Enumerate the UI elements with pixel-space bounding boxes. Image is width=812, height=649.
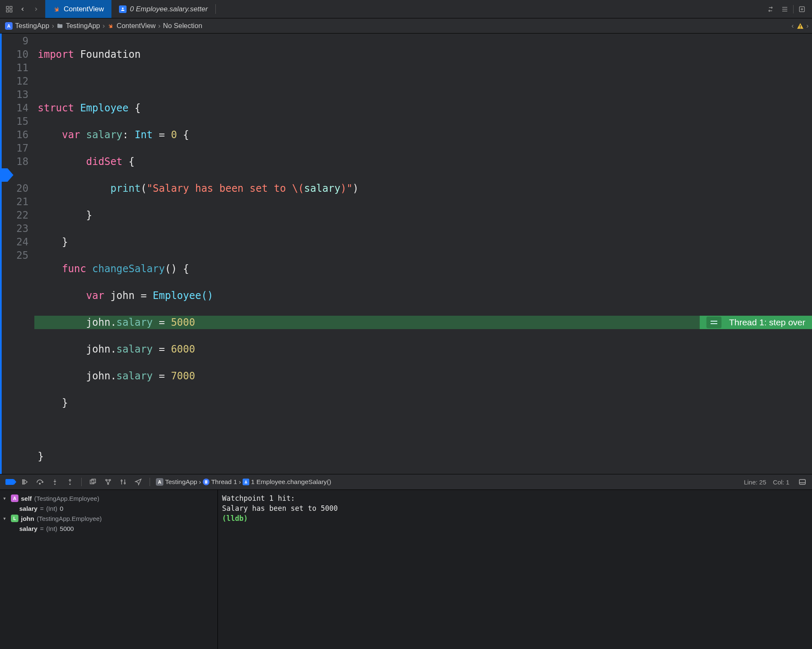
step-out-button[interactable] — [65, 476, 75, 487]
line-number: 21 — [2, 195, 28, 209]
code-token: john — [86, 370, 111, 382]
console-line: Salary has been set to 5000 — [222, 504, 338, 513]
drag-handle-icon[interactable] — [706, 317, 721, 328]
variables-view[interactable]: ▾ A self (TestingApp.Employee) salary = … — [0, 490, 218, 649]
code-token: 6000 — [171, 343, 195, 355]
swift-icon — [107, 23, 114, 29]
svg-point-18 — [121, 480, 122, 482]
line-number: 15 — [2, 115, 28, 128]
tab-contentview[interactable]: ContentView — [45, 0, 111, 18]
code-token: ( — [141, 183, 147, 194]
disclosure-icon[interactable]: ▾ — [3, 516, 8, 521]
breadcrumb-symbol[interactable]: No Selection — [161, 22, 204, 30]
code-token — [74, 49, 80, 60]
adjust-editor-icon[interactable] — [779, 3, 791, 15]
breadcrumb-folder[interactable]: TestingApp — [55, 22, 102, 30]
svg-rect-8 — [23, 480, 23, 484]
lldb-prompt[interactable]: (lldb) — [222, 514, 252, 523]
code-token: var — [86, 290, 104, 301]
code-token — [74, 102, 80, 114]
chevron-right-icon: › — [239, 478, 241, 486]
code-token: { — [129, 156, 134, 167]
console-output[interactable]: Watchpoint 1 hit: Salary has been set to… — [218, 490, 812, 649]
code-token: { — [134, 102, 140, 114]
code-token — [38, 317, 86, 328]
code-token: var — [62, 129, 80, 141]
code-token: Int — [134, 129, 153, 141]
breadcrumb-label: ContentView — [116, 22, 155, 30]
environment-overrides-button[interactable] — [118, 476, 129, 487]
nav-back-icon[interactable] — [17, 3, 28, 15]
breadcrumb-app[interactable]: A TestingApp — [3, 22, 51, 30]
chevron-right-icon: › — [199, 478, 201, 486]
svg-point-17 — [108, 483, 109, 484]
variable-row[interactable]: salary = (Int) 0 — [2, 503, 216, 513]
code-token: ) — [352, 183, 358, 194]
debug-crumb-label: Thread 1 — [211, 478, 237, 486]
tab-employee-setter[interactable]: 0 Employee.salary.setter — [111, 0, 215, 18]
code-token: john — [86, 317, 111, 328]
code-token — [177, 263, 183, 275]
code-token — [38, 397, 62, 409]
debug-crumb-label: TestingApp — [165, 478, 197, 486]
breadcrumb-label: TestingApp — [66, 22, 100, 30]
code-token: { — [183, 129, 189, 141]
code-editor[interactable]: 9 10 11 12 13 14 15 16 17 18 19 20 21 22… — [0, 33, 812, 474]
swap-icon[interactable] — [765, 3, 776, 15]
debug-breadcrumb[interactable]: A TestingApp › Thread 1 › 1 Employee.cha… — [156, 478, 331, 486]
code-token: salary — [116, 343, 153, 355]
step-into-button[interactable] — [49, 476, 60, 487]
debug-area: ▾ A self (TestingApp.Employee) salary = … — [0, 490, 812, 649]
code-token: john — [86, 343, 111, 355]
code-token: Employee — [80, 102, 129, 114]
svg-rect-1 — [10, 6, 12, 8]
code-token: Foundation — [80, 49, 141, 60]
warning-icon[interactable] — [796, 22, 804, 30]
debug-toolbar: A TestingApp › Thread 1 › 1 Employee.cha… — [0, 474, 812, 490]
debug-memory-graph-button[interactable] — [103, 476, 114, 487]
nav-forward-icon[interactable] — [30, 3, 42, 15]
variable-row[interactable]: salary = (Int) 5000 — [2, 523, 216, 533]
debug-crumb-label: 1 Employee.changeSalary() — [251, 478, 331, 486]
code-token: "Salary has been set to — [147, 183, 292, 194]
code-token — [80, 129, 86, 141]
code-token — [38, 343, 86, 355]
line-number: 24 — [2, 235, 28, 249]
related-items-icon[interactable] — [3, 3, 15, 15]
person-icon — [243, 479, 249, 485]
tab-label: 0 Employee.salary.setter — [130, 5, 208, 13]
svg-rect-7 — [800, 27, 801, 28]
continue-button[interactable] — [19, 476, 30, 487]
step-over-button[interactable] — [34, 476, 45, 487]
breakpoints-toggle[interactable] — [4, 476, 15, 487]
code-area[interactable]: import Foundation struct Employee { var … — [34, 33, 812, 474]
app-icon: A — [156, 478, 163, 486]
chevron-right-icon: › — [158, 22, 162, 30]
tab-bar: ContentView 0 Employee.salary.setter — [0, 0, 812, 18]
code-token — [38, 129, 62, 141]
disclosure-icon[interactable]: ▾ — [3, 496, 8, 501]
code-token: . — [110, 370, 116, 382]
line-number: 10 — [2, 48, 28, 61]
variable-row[interactable]: ▾ L john (TestingApp.Employee) — [2, 513, 216, 523]
chevron-right-icon: › — [102, 22, 106, 30]
execution-banner[interactable]: Thread 1: step over — [700, 316, 812, 329]
debug-view-hierarchy-button[interactable] — [88, 476, 98, 487]
toggle-debug-area-button[interactable] — [797, 476, 808, 487]
variable-row[interactable]: ▾ A self (TestingApp.Employee) — [2, 493, 216, 503]
code-token — [38, 290, 86, 301]
line-number: 11 — [2, 61, 28, 75]
code-token: . — [110, 343, 116, 355]
prev-issue-icon[interactable]: ‹ — [791, 22, 794, 30]
swift-icon — [53, 5, 60, 13]
code-token: : — [122, 129, 134, 141]
current-line-marker[interactable]: 19 — [0, 168, 8, 182]
next-issue-icon[interactable]: › — [807, 22, 809, 30]
add-editor-icon[interactable] — [796, 3, 808, 15]
simulate-location-button[interactable] — [133, 476, 144, 487]
breadcrumb-file[interactable]: ContentView — [106, 22, 157, 30]
line-gutter[interactable]: 9 10 11 12 13 14 15 16 17 18 19 20 21 22… — [2, 33, 34, 474]
variable-type: (TestingApp.Employee) — [37, 515, 102, 522]
variable-type: (TestingApp.Employee) — [34, 495, 99, 502]
app-icon: A — [5, 22, 13, 30]
